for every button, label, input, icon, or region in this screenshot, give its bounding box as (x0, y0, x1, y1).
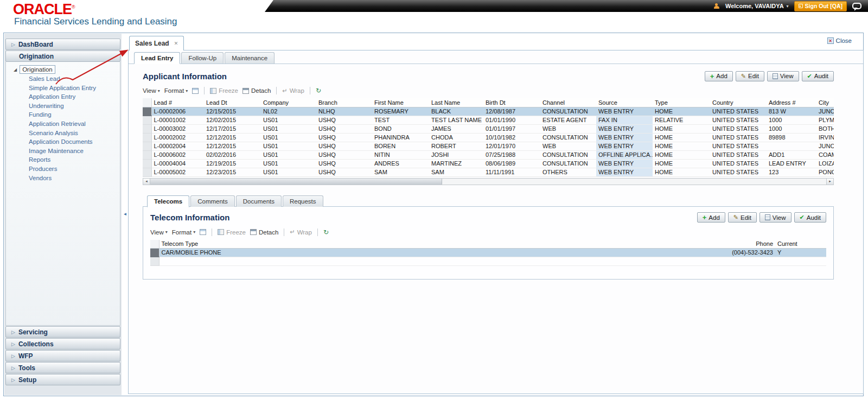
wrap-button[interactable]: ↵Wrap (290, 229, 312, 236)
row-selector[interactable] (150, 249, 159, 257)
edit-button[interactable]: ✎Edit (728, 212, 757, 223)
chevron-right-icon: ▷ (11, 329, 15, 335)
sidebar-tree-item[interactable]: Underwriting (6, 101, 120, 111)
format-menu[interactable]: Format▾ (164, 87, 188, 94)
sidebar-tree-item[interactable]: Application Retrieval (6, 119, 120, 129)
column-header[interactable]: Birth Dt (483, 98, 540, 107)
row-selector[interactable] (143, 159, 151, 168)
row-selector[interactable] (143, 133, 151, 142)
table-row[interactable]: L-00002002 12/12/2015 US01 USHQ PHANINDR… (143, 133, 834, 142)
view-icon (765, 214, 770, 220)
wrap-button[interactable]: ↵Wrap (282, 87, 304, 94)
tree-root-origination[interactable]: ◢ Origination (6, 65, 120, 74)
column-header[interactable]: First Name (372, 98, 429, 107)
tab-close-icon[interactable]: ✕ (174, 41, 178, 46)
column-header[interactable]: Lead Dt (204, 98, 261, 107)
view-menu[interactable]: View▾ (150, 229, 168, 236)
sidebar-tree-item[interactable]: Scenario Analysis (6, 129, 120, 138)
window-tab-sales-lead[interactable]: Sales Lead ✕ (129, 36, 184, 50)
row-selector[interactable] (143, 116, 151, 124)
sidebar-tree-item[interactable]: Producers (6, 164, 120, 174)
tab[interactable]: Maintenance (225, 52, 275, 64)
user-menu[interactable]: Welcome, VAVAIDYA▾ (725, 3, 789, 9)
sidebar-tree-item[interactable]: Reports (6, 155, 120, 164)
column-header[interactable]: City (816, 98, 834, 107)
add-button[interactable]: +Add (697, 212, 725, 223)
column-header[interactable]: Country (710, 98, 767, 107)
table-row[interactable]: CAR/MOBILE PHONE (004)-532-3423 Y (150, 249, 826, 257)
column-header[interactable]: Branch (316, 98, 372, 107)
table-row[interactable]: L-00001002 12/02/2015 US01 USHQ TEST TES… (143, 116, 834, 124)
detach-button[interactable]: Detach (250, 229, 278, 236)
sidebar-section[interactable]: ▷ Collections (5, 338, 120, 350)
close-button[interactable]: ✕ Close (827, 37, 852, 44)
edit-button[interactable]: ✎Edit (736, 71, 764, 81)
column-header[interactable]: Address # (767, 98, 816, 107)
tree-root-label[interactable]: Origination (20, 65, 55, 74)
column-header[interactable]: Phone (717, 240, 775, 249)
table-row[interactable]: L-00006002 02/02/2016 US01 USHQ NITIN JO… (143, 150, 834, 159)
sidebar-item-origination[interactable]: Origination (5, 50, 120, 62)
table-row[interactable]: L-00003002 12/17/2015 US01 USHQ BOND JAM… (143, 124, 834, 133)
refresh-icon[interactable]: ↻ (316, 87, 321, 94)
row-selector[interactable] (150, 257, 159, 266)
sidebar-tree-item[interactable]: Simple Application Entry (6, 84, 120, 93)
chevron-down-icon: ▾ (165, 230, 168, 234)
export-table-icon[interactable] (192, 88, 199, 94)
column-header[interactable]: Last Name (429, 98, 483, 107)
row-selector[interactable] (143, 142, 151, 150)
scroll-left-icon[interactable]: ◂ (143, 179, 150, 185)
add-button[interactable]: +Add (705, 71, 733, 81)
table-row[interactable]: L-00004004 12/19/2015 US01 USHQ ANDRES M… (143, 159, 834, 168)
tab[interactable]: Comments (190, 195, 235, 207)
sidebar-section[interactable]: ▷ Servicing (5, 326, 120, 338)
column-header[interactable]: Company (261, 98, 316, 107)
sidebar-tree-item[interactable]: Application Entry (6, 92, 120, 101)
sidebar-tree-item[interactable]: Sales Lead (6, 74, 120, 84)
audit-button[interactable]: ✔Audit (802, 71, 834, 81)
format-menu[interactable]: Format▾ (172, 229, 195, 236)
column-header[interactable]: Lead # (151, 98, 204, 107)
sidebar-item-dashboard[interactable]: ▷ DashBoard (5, 39, 120, 50)
sidebar-tree-item[interactable]: Image Maintenance (6, 147, 120, 156)
export-table-icon[interactable] (200, 229, 206, 235)
table-row[interactable] (150, 257, 826, 266)
horizontal-scrollbar[interactable]: ◂ ▸ (143, 178, 834, 185)
row-selector[interactable] (143, 150, 151, 159)
column-header[interactable]: Current (775, 240, 826, 249)
tab[interactable]: Requests (283, 195, 323, 207)
table-row[interactable]: L-00002006 12/15/2015 NL02 NLHQ ROSEMARY… (143, 107, 834, 116)
freeze-button[interactable]: Freeze (210, 87, 238, 94)
scrollbar-thumb[interactable] (150, 179, 442, 185)
audit-button[interactable]: ✔Audit (794, 212, 826, 223)
tab[interactable]: Telecoms (147, 195, 189, 207)
detach-button[interactable]: Detach (242, 87, 271, 94)
column-header[interactable]: Source (596, 98, 653, 107)
table-row[interactable]: L-00005002 12/23/2015 US01 USHQ SAM SAM … (143, 168, 834, 176)
column-header[interactable]: Channel (540, 98, 596, 107)
view-menu[interactable]: View▾ (143, 87, 160, 94)
freeze-button[interactable]: Freeze (218, 229, 246, 236)
view-button[interactable]: View (760, 212, 792, 223)
tab[interactable]: Follow-Up (181, 52, 224, 64)
scroll-right-icon[interactable]: ▸ (826, 179, 833, 185)
sidebar-section[interactable]: ▷ Tools (5, 362, 120, 373)
tab[interactable]: Lead Entry (134, 52, 180, 64)
column-header[interactable]: Telecom Type (159, 240, 717, 249)
chat-bubble-icon[interactable] (852, 3, 861, 9)
row-selector[interactable] (143, 168, 151, 176)
sidebar-section[interactable]: ▷ WFP (5, 350, 120, 361)
row-selector[interactable] (143, 124, 151, 133)
sidebar-tree-item[interactable]: Application Documents (6, 137, 120, 147)
sidebar-tree-item[interactable]: Vendors (6, 174, 120, 183)
refresh-icon[interactable]: ↻ (323, 229, 329, 236)
table-row[interactable]: L-00002004 12/12/2015 US01 USHQ BOREN RO… (143, 142, 834, 150)
sign-out-button[interactable]: ▸Sign Out [QA] (794, 1, 847, 11)
sidebar-tree-item[interactable]: Funding (6, 110, 120, 119)
view-button[interactable]: View (767, 71, 799, 81)
sidebar-section[interactable]: ▷ Setup (5, 374, 120, 385)
sidebar-collapse-handle[interactable]: ◄ (123, 210, 127, 218)
tab[interactable]: Documents (236, 195, 282, 207)
row-selector[interactable] (143, 107, 151, 116)
column-header[interactable]: Type (653, 98, 710, 107)
